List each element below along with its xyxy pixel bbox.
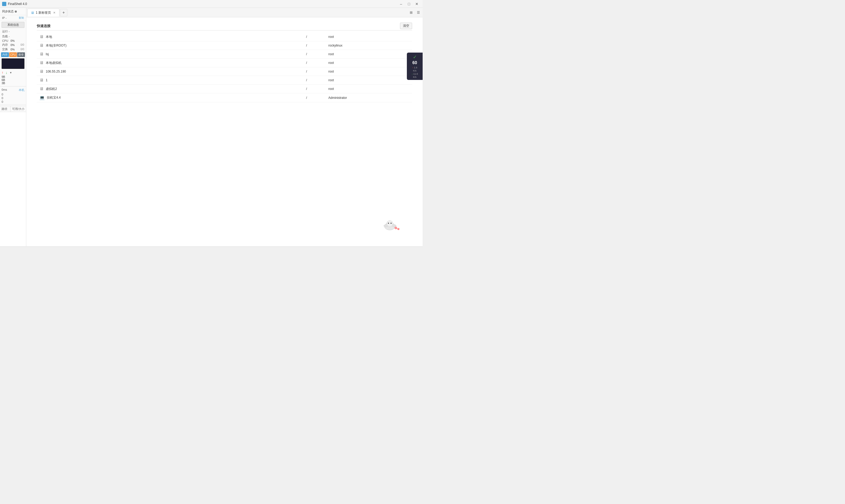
widget-download-arrow: ↓ (412, 73, 413, 75)
tab-close-1[interactable]: ✕ (53, 11, 56, 15)
widget-download-unit: K/s (413, 76, 416, 78)
qc-table-row[interactable]: 🖥lsj/root (37, 50, 412, 59)
net-stat-3: 0 (0, 100, 26, 104)
latency-ms: 0ms (2, 88, 7, 92)
divider-1 (0, 86, 26, 87)
folder-icon: 🖥 (39, 60, 44, 65)
grid-view-button[interactable]: ⊞ (408, 10, 414, 16)
qc-clear-button[interactable]: 清空 (400, 23, 412, 29)
latency-row: 0ms 本机 (0, 88, 26, 92)
svg-point-2 (388, 223, 389, 224)
qc-user-cell: root (326, 85, 412, 93)
sys-info-button[interactable]: 系统信息 (2, 22, 24, 28)
divider-2 (0, 105, 26, 105)
qc-table: 🖥本地/root🖥本地(非ROOT)/rockylinux🖥lsj/root🖥本… (37, 33, 412, 102)
qc-table-row[interactable]: 💻挂机宝4.4/Administrator (37, 93, 412, 102)
folder-icon: 🖥 (39, 43, 44, 48)
sidebar: 同步状态 IP - 复制 系统信息 运行 - 负载 - CPU 0% 内存 0%… (0, 8, 26, 252)
sync-dot (15, 11, 17, 13)
qc-path-cell: / (304, 59, 326, 67)
mem-tab-button[interactable]: 内存 (1, 52, 9, 57)
main-layout: 同步状态 IP - 复制 系统信息 运行 - 负载 - CPU 0% 内存 0%… (0, 8, 422, 252)
tab-item-1[interactable]: 🖥 1 新标签页 ✕ (28, 9, 59, 17)
mascot-svg (380, 218, 401, 231)
qc-conn-name: lsj (46, 52, 49, 56)
folder-icon: 🖥 (39, 34, 44, 39)
widget-upload-unit: K/s (413, 69, 416, 72)
download-arrow-icon: ↓ (5, 70, 7, 75)
widget-download-unit-row: K/s (413, 76, 416, 78)
cmd-tab-button[interactable]: 命令 (17, 52, 25, 57)
graph-area (2, 58, 24, 69)
qc-name-cell: 🖥1 (37, 76, 110, 84)
menu-button[interactable]: ☰ (415, 10, 421, 16)
status-bar (0, 246, 422, 252)
qc-path-cell: / (304, 76, 326, 85)
qc-table-row[interactable]: 🖥1/root (37, 76, 412, 85)
cpu-tab-button[interactable]: CPU (9, 52, 17, 57)
network-arrows: ↑ ↓ ▼ (2, 70, 24, 75)
titlebar-controls: – □ ✕ (397, 1, 420, 7)
folder-icon: 🖥 (39, 52, 44, 56)
mem-numbers: 0/0 (18, 43, 24, 46)
qc-name-cell: 🖥本地虚拟机 (37, 59, 110, 67)
add-tab-button[interactable]: + (60, 9, 67, 16)
svg-point-6 (395, 227, 397, 229)
qc-path-cell: / (304, 85, 326, 93)
qc-path-cell: / (304, 41, 326, 50)
qc-user-cell: root (326, 76, 412, 85)
cpu-label: CPU (2, 39, 10, 42)
cpu-value: 0% (11, 39, 15, 42)
widget-speed-value: 60 (412, 60, 417, 65)
qc-table-body: 🖥本地/root🖥本地(非ROOT)/rockylinux🖥lsj/root🖥本… (37, 33, 412, 102)
minimize-button[interactable]: – (397, 1, 405, 7)
qc-table-row[interactable]: 🖥本地(非ROOT)/rockylinux (37, 41, 412, 50)
ip-label: IP - (2, 16, 6, 19)
tab-bar: 🖥 1 新标签页 ✕ + ⊞ ☰ (26, 8, 422, 17)
quick-connect-panel: 快速连接 清空 🖥本地/root🖥本地(非ROOT)/rockylinux🖥ls… (26, 17, 422, 252)
qc-path-cell: / (304, 33, 326, 41)
titlebar-left: FinalShell 4.0 (2, 2, 27, 6)
app-title: FinalShell 4.0 (8, 2, 27, 6)
qc-table-row[interactable]: 🖥106.55.25.190/root (37, 67, 412, 76)
titlebar: FinalShell 4.0 – □ ✕ (0, 0, 422, 8)
widget-check-icon: ✓ (413, 54, 417, 60)
svg-point-4 (384, 224, 388, 227)
qc-name-cell: 🖥本地(非ROOT) (37, 41, 110, 50)
qc-title: 快速连接 (37, 24, 51, 29)
toolbar-right: ⊞ ☰ (408, 10, 421, 16)
widget-download-row: ↓ 11.6 (412, 73, 418, 75)
widget-upload-unit-row: K/s (413, 69, 416, 72)
qc-conn-name: 1 (46, 78, 48, 82)
qc-name-cell: 🖥本地 (37, 33, 110, 41)
content-area: 🖥 1 新标签页 ✕ + ⊞ ☰ 快速连接 清空 🖥本地/root🖥本地(非RO… (26, 8, 422, 252)
qc-path-cell: / (304, 67, 326, 76)
qc-user-cell: Administrator (326, 93, 412, 102)
folder-icon: 💻 (39, 95, 45, 100)
upload-arrow-icon: ↑ (2, 70, 3, 75)
svg-point-3 (391, 223, 392, 224)
net-3b: 3B (2, 82, 24, 85)
size-label: 可用/大小 (11, 106, 26, 112)
qc-user-cell: root (326, 33, 412, 41)
net-6b: 6B (2, 78, 24, 82)
qc-table-row[interactable]: 🖥虚拟机2/root (37, 85, 412, 93)
local-label: 本机 (19, 88, 24, 92)
disk-area (0, 112, 26, 252)
app-icon (2, 2, 6, 6)
qc-path-cell: / (304, 50, 326, 59)
maximize-button[interactable]: □ (405, 1, 413, 7)
widget-overlay: ✓ 60 ↑ 1.6 K/s ↓ 11.6 K/s (407, 53, 422, 80)
qc-table-row[interactable]: 🖥本地/root (37, 33, 412, 41)
swap-numbers: 0/0 (18, 48, 24, 51)
copy-ip-button[interactable]: 复制 (19, 16, 24, 20)
qc-name-cell: 🖥lsj (37, 50, 110, 58)
qc-conn-name: 虚拟机2 (46, 87, 57, 91)
qc-user-cell: root (326, 67, 412, 76)
swap-label: 交换 (2, 47, 10, 51)
qc-table-row[interactable]: 🖥本地虚拟机/root (37, 59, 412, 67)
widget-upload-row: ↑ 1.6 (412, 66, 417, 69)
sync-status-label: 同步状态 (2, 10, 14, 13)
net-9b: 9B (2, 75, 24, 78)
close-button[interactable]: ✕ (413, 1, 420, 7)
